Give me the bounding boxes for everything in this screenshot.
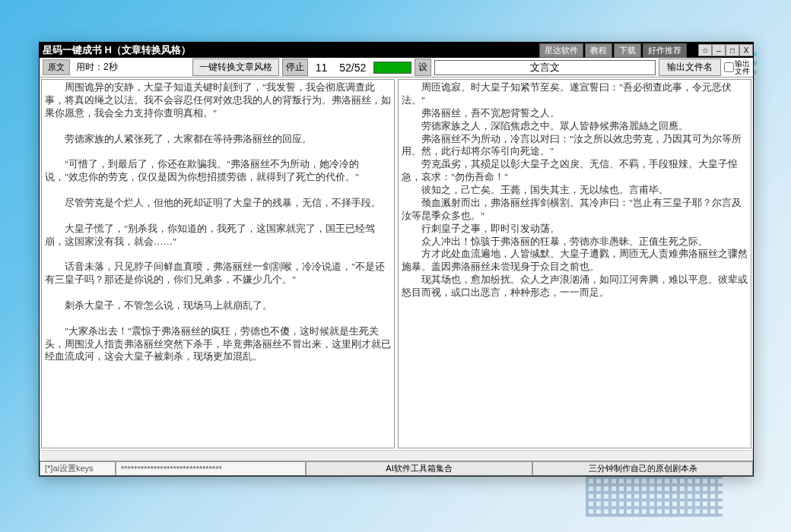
convert-button[interactable]: 一键转换文章风格 xyxy=(192,59,279,76)
title-link-download[interactable]: 下载 xyxy=(614,43,641,58)
status-bar: [*]ai设置keys ****************************… xyxy=(40,461,753,476)
source-text-pane[interactable]: 周围诡异的安静，大皇子知道关键时刻到了，"我发誓，我会彻底调查此事，将真凶绳之以… xyxy=(41,79,395,448)
timer-display: 用时：2秒 xyxy=(76,61,118,74)
content-area: 周围诡异的安静，大皇子知道关键时刻到了，"我发誓，我会彻底调查此事，将真凶绳之以… xyxy=(40,78,753,450)
output-text-pane[interactable]: 周匝诡寂。时大皇子知紧节至矣。遂宣誓曰："吾必彻查此事，令元恶伏法。" 弗洛丽丝… xyxy=(398,79,751,448)
title-link-tutorial[interactable]: 教程 xyxy=(585,43,612,58)
script-tutorial-link[interactable]: 三分钟制作自己的原创剧本杀 xyxy=(532,461,753,476)
output-filename-button[interactable]: 输出文件名 xyxy=(659,59,721,76)
ai-keys-button[interactable]: [*]ai设置keys xyxy=(40,461,116,476)
titlebar: 星码一键成书 H（文章转换风格） 星达软件 教程 下载 好作推荐 ☆ – □ X xyxy=(40,43,753,58)
close-button[interactable]: X xyxy=(739,44,753,56)
output-file-checkbox[interactable]: 输出 文件 xyxy=(724,60,750,75)
toolbar: 原文 用时：2秒 一键转换文章风格 停止 11 52/52 设 输出文件名 输出… xyxy=(40,58,753,78)
stop-button[interactable]: 停止 xyxy=(282,59,308,76)
progress-bar xyxy=(373,62,411,74)
title-link-recommend[interactable]: 好作推荐 xyxy=(643,43,687,58)
app-window: 星码一键成书 H（文章转换风格） 星达软件 教程 下载 好作推荐 ☆ – □ X… xyxy=(39,42,754,477)
window-title: 星码一键成书 H（文章转换风格） xyxy=(43,43,191,57)
favorite-button[interactable]: ☆ xyxy=(698,44,712,56)
count-display: 11 xyxy=(316,62,328,74)
horizontal-scrollbar[interactable] xyxy=(40,450,753,461)
source-tab[interactable]: 原文 xyxy=(43,59,70,75)
ratio-display: 52/52 xyxy=(339,62,366,74)
maximize-button[interactable]: □ xyxy=(726,44,739,56)
output-checkbox-input[interactable] xyxy=(724,62,734,72)
toolbox-link[interactable]: AI软件工具箱集合 xyxy=(306,461,532,476)
stars-display: ******************************* xyxy=(116,461,306,476)
minimize-button[interactable]: – xyxy=(712,44,726,56)
style-input[interactable] xyxy=(434,60,656,75)
title-link-software[interactable]: 星达软件 xyxy=(539,43,583,58)
settings-button[interactable]: 设 xyxy=(415,59,431,76)
